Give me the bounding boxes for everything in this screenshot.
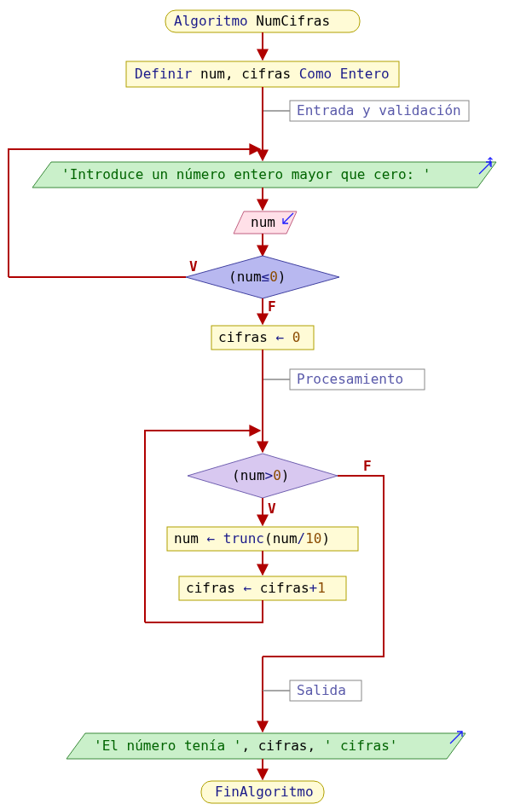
process-define: Definir num, cifras Como Entero	[126, 61, 399, 87]
define-vars: num, cifras	[200, 66, 291, 82]
svg-text:(num≤0): (num≤0)	[228, 269, 286, 285]
svg-text:Algoritmo
       
      NumCif: Algoritmo NumCifras	[174, 13, 330, 29]
true-label: V	[189, 258, 198, 275]
terminal-start: Algoritmo NumCifras	[165, 10, 360, 32]
process-num-trunc: num ← trunc(num/10)	[167, 527, 358, 551]
flow-line	[263, 476, 384, 657]
false-label: F	[268, 298, 276, 315]
svg-text:cifras
       ← 
      cifras+: cifras ← cifras+1	[186, 580, 326, 596]
section-input-label: Entrada y validación	[263, 101, 469, 121]
io-output-prompt: 'Introduce un número entero mayor que ce…	[32, 162, 496, 188]
section-proc-text: Procesamiento	[297, 371, 403, 387]
section-input-text: Entrada y validación	[297, 102, 461, 119]
algorithm-name: NumCifras	[256, 13, 330, 29]
define-keyword: Definir	[135, 66, 193, 82]
decision-num-le-zero: (num≤0)	[186, 256, 339, 298]
define-type: Como Entero	[299, 66, 390, 82]
section-proc-label: Procesamiento	[263, 369, 425, 390]
flow-line	[145, 600, 263, 622]
svg-text:(num>0): (num>0)	[232, 467, 289, 483]
io-input-num: num	[234, 211, 297, 234]
flowchart-canvas: Algoritmo NumCifras Definir num, cifras …	[0, 0, 532, 810]
end-keyword: FinAlgoritmo	[215, 784, 314, 800]
svg-text:cifras
       ← 
      0: cifras ← 0	[218, 329, 300, 345]
svg-text:Definir
       
      num, cif: Definir num, cifras Como Entero	[135, 66, 390, 82]
svg-text:num
       ← 
      trunc(num/: num ← trunc(num/10)	[174, 530, 330, 547]
io-output-result: 'El número tenía ', cifras, ' cifras'	[66, 732, 466, 759]
section-out-label: Salida	[263, 680, 361, 701]
process-cifras-init: cifras ← 0	[211, 326, 314, 350]
decision-num-gt-zero: (num>0)	[188, 454, 338, 498]
input-var: num	[251, 214, 275, 230]
section-out-text: Salida	[297, 682, 346, 698]
start-keyword: Algoritmo	[174, 13, 248, 29]
svg-text:'El número tenía ', cifras, ' : 'El número tenía ', cifras, ' cifras'	[94, 738, 397, 754]
terminal-end: FinAlgoritmo	[201, 781, 324, 803]
prompt-text: 'Introduce un número entero mayor que ce…	[61, 166, 431, 182]
true-label: V	[268, 500, 276, 517]
process-cifras-inc: cifras ← cifras+1	[179, 576, 346, 600]
false-label: F	[363, 458, 372, 474]
